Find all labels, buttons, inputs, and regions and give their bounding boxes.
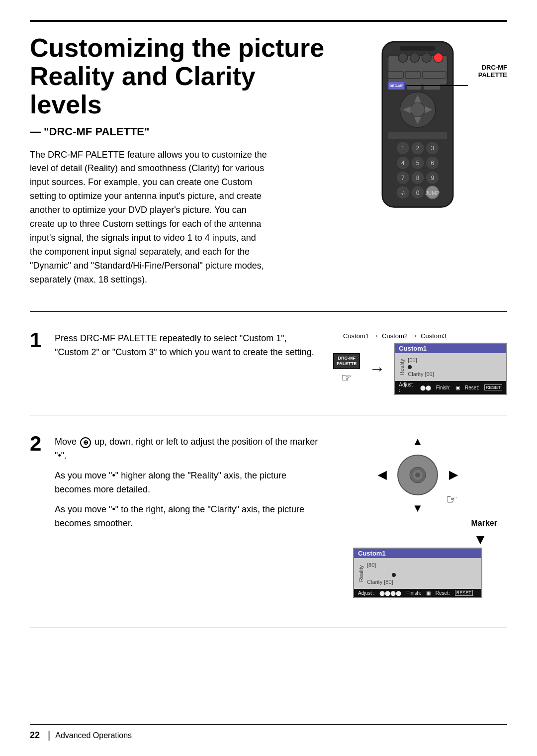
section-divider-2: [30, 415, 507, 415]
footer-section: Advanced Operations: [55, 731, 132, 740]
step2-adjust-label: Adjust :: [358, 590, 374, 596]
step1-text: Press DRC-MF PALETTE repeatedly to selec…: [55, 332, 318, 360]
adjust-label: Adjust :: [399, 382, 415, 393]
remote-label: DRC-MF PALETTE: [478, 64, 507, 79]
page-number: 22: [30, 730, 40, 741]
svg-point-3: [398, 53, 408, 63]
svg-text:5: 5: [416, 160, 420, 167]
subtitle: — "DRC-MF PALETTE": [30, 125, 333, 138]
page-container: Customizing the picture Reality and Clar…: [0, 0, 537, 756]
svg-point-15: [411, 102, 425, 117]
page-footer: 22 | Advanced Operations: [30, 724, 507, 741]
step2-para2: As you move "•" to the right, along the …: [55, 503, 318, 531]
step1-reality-value: [01]: [408, 357, 502, 363]
step1-adjust-bar: Adjust : ⬤⬤ Finish: ▣ Reset: RESET: [395, 381, 506, 394]
svg-text:6: 6: [431, 160, 434, 167]
palette-button-icon: DRC-MF PALETTE: [333, 353, 360, 369]
remote-area: DRC-MF: [348, 34, 507, 228]
step1-dot-row: [408, 365, 502, 369]
header-section: Customizing the picture Reality and Clar…: [30, 34, 507, 301]
step2-para1: As you move "•" higher along the "Realit…: [55, 469, 318, 497]
step2-section: 2 Move ⊕ up, down, right or left to adju…: [30, 425, 507, 608]
step1-reality-label: Reality: [399, 357, 405, 377]
hand-cursor-icon: ☞: [446, 492, 457, 507]
step2-reset-icon: RESET: [455, 590, 473, 596]
reset-icon: RESET: [484, 384, 502, 390]
palette-btn-area: DRC-MF PALETTE ☞: [333, 353, 360, 385]
step2-screen-body: Reality [80] Clarity [80]: [354, 558, 481, 589]
description: The DRC-MF PALETTE feature allows you to…: [30, 148, 268, 287]
step2-content: Move ⊕ up, down, right or left to adjust…: [55, 435, 328, 536]
step2-main-instruction: Move ⊕ up, down, right or left to adjust…: [55, 435, 318, 530]
adjust-icons: ⬤⬤: [420, 385, 431, 390]
svg-point-6: [434, 53, 443, 63]
arrow-up: ▲: [412, 435, 423, 448]
step2-move-text: Move: [55, 437, 77, 447]
step2-screen: Custom1 Reality [80] Clarity [80]: [353, 548, 482, 598]
step1-content: Press DRC-MF PALETTE repeatedly to selec…: [55, 332, 328, 360]
step2-adjust-bar: Adjust : ⬤⬤⬤⬤ Finish: ▣ Reset: RESET: [354, 589, 481, 597]
arrow-down: ▼: [412, 502, 423, 515]
step2-reality-value: [80]: [367, 562, 477, 568]
svg-text:8: 8: [416, 175, 420, 182]
step2-axis-content: [80] Clarity [80]: [367, 562, 477, 585]
svg-text:DRC-MF: DRC-MF: [389, 84, 404, 88]
title-area: Customizing the picture Reality and Clar…: [30, 34, 348, 301]
svg-text:2: 2: [416, 145, 420, 152]
main-title: Customizing the picture Reality and Clar…: [30, 34, 333, 119]
svg-text:7: 7: [401, 175, 405, 182]
footer-divider: |: [48, 730, 50, 741]
step1-screen: Custom1 Reality [01] Clarity [01]: [394, 343, 507, 395]
step1-number: 1: [30, 330, 55, 351]
step1-section: 1 Press DRC-MF PALETTE repeatedly to sel…: [30, 322, 507, 405]
step1-axis-content: [01] Clarity [01]: [408, 357, 502, 377]
svg-rect-20: [388, 132, 448, 139]
svg-text:·/·: ·/·: [401, 190, 405, 196]
svg-rect-1: [400, 46, 435, 51]
custom-flow: Custom1 → Custom2 → Custom3: [343, 332, 507, 340]
step2-suffix-text: up, down, right or left to adjust the po…: [55, 437, 318, 461]
marker-label: Marker: [471, 519, 497, 528]
svg-text:1: 1: [401, 145, 405, 152]
svg-point-5: [422, 53, 431, 63]
step1-clarity-label: Clarity [01]: [408, 371, 502, 377]
svg-text:JUMP: JUMP: [425, 190, 440, 196]
flow-arrow1: →: [372, 332, 379, 340]
step2-screen-title: Custom1: [354, 549, 481, 558]
svg-text:3: 3: [431, 145, 434, 152]
step2-adjust-icons: ⬤⬤⬤⬤: [379, 590, 401, 596]
svg-rect-7: [388, 71, 404, 78]
step2-dot-row: [392, 573, 477, 577]
top-rule: [30, 20, 507, 22]
finish-icon: ▣: [455, 385, 460, 390]
dpad-svg: [393, 450, 443, 500]
svg-rect-8: [405, 71, 421, 78]
flow-custom2: Custom2: [382, 332, 408, 340]
flow-arrow2: →: [411, 332, 418, 340]
step2-clarity-label: Clarity [80]: [367, 579, 477, 585]
step2-dot-marker: [392, 573, 396, 577]
step1-screen-title: Custom1: [395, 344, 506, 353]
flow-custom1: Custom1: [343, 332, 369, 340]
step2-reality-label: Reality: [358, 562, 364, 585]
flow-custom3: Custom3: [421, 332, 447, 340]
hand-icon: ☞: [341, 371, 352, 385]
finish-label: Finish:: [436, 385, 450, 390]
svg-rect-9: [423, 71, 447, 78]
arrow-right: ▶: [449, 469, 457, 481]
svg-point-4: [410, 53, 420, 63]
arrow-left: ◀: [378, 469, 386, 481]
step2-finish-icon: ▣: [426, 590, 431, 596]
section-divider-bottom: [30, 628, 507, 628]
remote-svg: DRC-MF: [363, 39, 472, 228]
step2-reset-label: Reset:: [436, 590, 450, 596]
svg-text:9: 9: [431, 175, 434, 182]
step2-number: 2: [30, 433, 55, 454]
step2-finish-label: Finish:: [406, 590, 421, 596]
section-divider-1: [30, 311, 507, 312]
reset-label: Reset:: [465, 385, 479, 390]
step2-circle-icon: ⊕: [80, 437, 91, 448]
step1-arrow: →: [369, 360, 385, 378]
marker-down-arrow: ▼: [473, 532, 487, 548]
svg-text:0: 0: [416, 189, 420, 196]
